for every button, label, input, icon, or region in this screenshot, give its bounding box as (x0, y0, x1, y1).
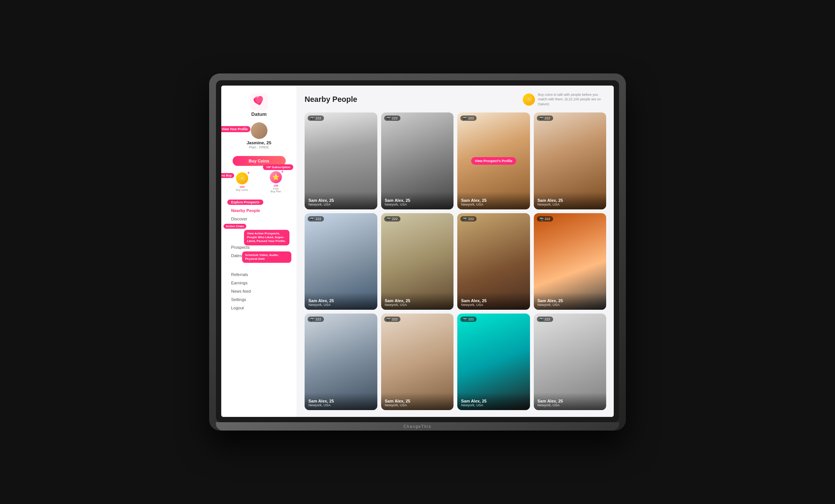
card-location-3: Newyork, USA (461, 203, 526, 206)
coin-amount: 100 (239, 185, 244, 189)
camera-icon-4: 📷 (539, 116, 544, 120)
profile-name: Jasmine, 25 (247, 140, 271, 145)
sidebar-item-nearby[interactable]: Nearby People (221, 206, 297, 215)
card-name-5: Sam Alex, 25 (308, 298, 374, 303)
card-name-4: Sam Alex, 25 (538, 198, 603, 203)
card-location-7: Newyork, USA (461, 303, 526, 307)
photo-card-7[interactable]: 📷 222 Sam Alex, 25 Newyork, USA (457, 213, 530, 310)
coins-info-area: 🪙 Buy coins to talk with people before y… (523, 92, 606, 107)
camera-icon-10: 📷 (387, 317, 391, 321)
card-name-3: Sam Alex, 25 (461, 198, 526, 203)
photo-count-6: 📷 222 (384, 216, 400, 222)
card-name-9: Sam Alex, 25 (308, 399, 374, 403)
screen-bezel: Datum View Your Profile Jasmine, 25 Plan… (216, 80, 619, 423)
dates-tooltip: Schedule Video, Audio, Physical Date (242, 251, 291, 263)
sidebar-item-dates[interactable]: Dates Schedule Video, Audio, Physical Da… (221, 251, 297, 260)
card-info-1: Sam Alex, 25 Newyork, USA (305, 192, 377, 209)
main-content: Nearby People 🪙 Buy coins to talk with p… (297, 86, 614, 417)
profile-section: View Your Profile Jasmine, 25 Plan : FRE… (221, 122, 297, 149)
card-location-6: Newyork, USA (385, 303, 450, 307)
view-prospect-btn[interactable]: View Prospect's Profile (471, 157, 516, 165)
photo-card-4[interactable]: 📷 222 Sam Alex, 25 Newyork, USA (534, 112, 607, 209)
plus-icon-2: + (281, 170, 283, 174)
card-info-8: Sam Alex, 25 Newyork, USA (534, 292, 607, 310)
logo-icon (250, 93, 268, 111)
card-info-10: Sam Alex, 25 Newyork, USA (381, 393, 454, 410)
card-name-11: Sam Alex, 25 (461, 399, 526, 403)
laptop-base: ChangeThis (216, 422, 619, 431)
coin-free: Free (273, 187, 278, 190)
coin-buy-label: Buy Coins (236, 189, 248, 191)
sidebar-item-newsfeed[interactable]: News feed (221, 287, 297, 295)
camera-icon: 📷 (310, 116, 314, 120)
nav-section: Explore Prospects Nearby People Discover… (221, 195, 297, 315)
sidebar-item-discover[interactable]: Discover (221, 215, 297, 223)
photo-count-12: 📷 222 (537, 317, 553, 322)
photo-card-10[interactable]: 📷 222 Sam Alex, 25 Newyork, USA (381, 314, 454, 410)
photo-card-8[interactable]: 📷 222 Sam Alex, 25 Newyork, USA (534, 213, 607, 310)
card-name-8: Sam Alex, 25 (538, 298, 603, 303)
card-location-5: Newyork, USA (308, 303, 374, 307)
coins-coin-icon: 🪙 (523, 94, 535, 106)
sidebar: Datum View Your Profile Jasmine, 25 Plan… (221, 86, 297, 417)
coins-row: Coins Buy 🪙 + 100 Buy Coins VIP Subscrip… (221, 171, 297, 193)
photo-count-9: 📷 222 (308, 317, 324, 322)
chats-tooltip: View Active Prospects, People Who Liked,… (244, 230, 289, 245)
card-name-12: Sam Alex, 25 (538, 399, 603, 403)
sidebar-item-earnings[interactable]: Earnings (221, 279, 297, 287)
photo-card-1[interactable]: 📷 222 Sam Alex, 25 Newyork, USA (305, 112, 377, 209)
laptop-outer: Datum View Your Profile Jasmine, 25 Plan… (209, 73, 626, 431)
card-info-6: Sam Alex, 25 Newyork, USA (381, 292, 454, 310)
camera-icon-8: 📷 (539, 217, 544, 221)
card-name-10: Sam Alex, 25 (385, 399, 450, 403)
coins-info-text: Buy coins to talk with people before you… (538, 92, 606, 107)
card-location-4: Newyork, USA (538, 203, 603, 206)
photo-card-9[interactable]: 📷 222 Sam Alex, 25 Newyork, USA (305, 314, 377, 410)
sidebar-item-referrals[interactable]: Referrals (221, 270, 297, 279)
coin-off: Off (274, 184, 278, 187)
photo-card-6[interactable]: 📷 222 Sam Alex, 25 Newyork, USA (381, 213, 454, 310)
card-info-9: Sam Alex, 25 Newyork, USA (305, 393, 377, 410)
card-name-6: Sam Alex, 25 (385, 298, 450, 303)
photo-card-5[interactable]: 📷 222 Sam Alex, 25 Newyork, USA (305, 213, 377, 310)
card-name-7: Sam Alex, 25 (461, 298, 526, 303)
sidebar-item-settings[interactable]: Settings (221, 295, 297, 304)
photo-count-8: 📷 222 (537, 216, 553, 222)
card-location-12: Newyork, USA (538, 403, 603, 407)
photo-card-11[interactable]: 📷 222 Sam Alex, 25 Newyork, USA (457, 314, 530, 410)
photo-card-2[interactable]: 📷 222 Sam Alex, 25 Newyork, USA (381, 112, 454, 209)
screen: Datum View Your Profile Jasmine, 25 Plan… (221, 86, 614, 417)
buy-coins-badge[interactable]: Coins Buy (221, 173, 234, 178)
card-location-11: Newyork, USA (461, 403, 526, 407)
photo-grid: 📷 222 Sam Alex, 25 Newyork, USA 📷 222 (305, 112, 606, 410)
card-name-2: Sam Alex, 25 (385, 198, 450, 203)
main-header: Nearby People 🪙 Buy coins to talk with p… (305, 92, 606, 107)
photo-card-3[interactable]: 📷 222 View Prospect's Profile Sam Alex, … (457, 112, 530, 209)
card-name-1: Sam Alex, 25 (308, 198, 374, 203)
photo-count-7: 📷 222 (460, 216, 477, 222)
camera-icon-11: 📷 (463, 317, 467, 321)
photo-count-5: 📷 222 (308, 216, 324, 222)
card-info-12: Sam Alex, 25 Newyork, USA (534, 393, 607, 410)
coin-package-2: VIP Subscription ⭐ + Off Free Buy Plan (270, 171, 282, 193)
page-title: Nearby People (305, 95, 357, 104)
card-info-4: Sam Alex, 25 Newyork, USA (534, 192, 607, 209)
view-profile-badge[interactable]: View Your Profile (221, 126, 250, 132)
card-location-1: Newyork, USA (308, 203, 374, 206)
photo-card-12[interactable]: 📷 222 Sam Alex, 25 Newyork, USA (534, 314, 607, 410)
vip-badge[interactable]: VIP Subscription (263, 164, 293, 170)
coin-package-1: 🪙 + 100 Buy Coins (236, 172, 248, 191)
photo-count-3: 📷 222 (460, 115, 477, 121)
card-info-7: Sam Alex, 25 Newyork, USA (457, 292, 530, 310)
camera-icon-12: 📷 (539, 317, 544, 321)
app-name: Datum (251, 111, 266, 117)
photo-count-1: 📷 222 (308, 115, 324, 121)
card-info-3: Sam Alex, 25 Newyork, USA (457, 192, 530, 209)
active-chats-badge[interactable]: Active Chats (224, 224, 246, 229)
camera-icon-7: 📷 (463, 217, 467, 221)
avatar-img (251, 122, 267, 139)
sidebar-item-logout[interactable]: Logout (221, 304, 297, 312)
explore-label: Explore Prospects (227, 200, 263, 205)
avatar[interactable] (251, 122, 267, 139)
sidebar-item-chats[interactable]: Chats Active Chats View Active Prospects… (221, 223, 297, 231)
